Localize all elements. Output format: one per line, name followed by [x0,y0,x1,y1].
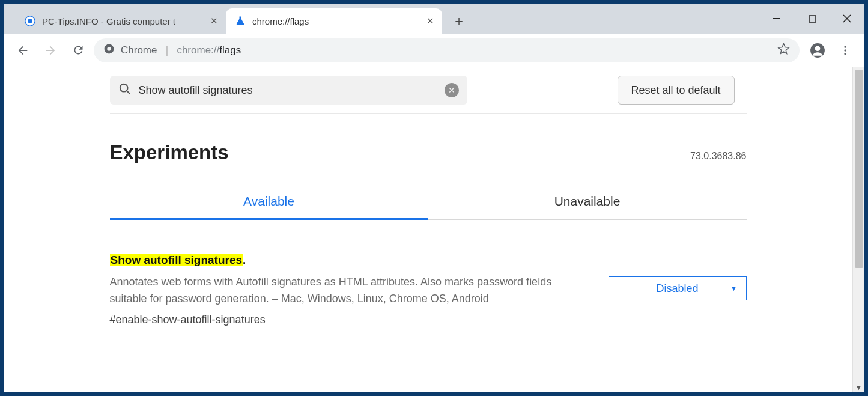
window-controls [760,4,864,34]
flags-search-box[interactable]: ✕ [110,76,467,105]
page-content: ✕ Reset all to default Experiments 73.0.… [4,67,852,392]
flag-title: Show autofill signatures. [110,254,584,267]
search-icon [118,82,132,98]
omnibox-divider: | [165,44,168,57]
flag-anchor-link[interactable]: #enable-show-autofill-signatures [110,314,266,326]
svg-point-9 [844,49,846,51]
svg-point-10 [844,53,846,55]
flag-description: Annotates web forms with Autofill signat… [110,274,584,308]
chrome-version: 73.0.3683.86 [690,151,746,162]
clear-search-icon[interactable]: ✕ [445,83,459,97]
menu-button[interactable] [833,38,857,62]
tab-unavailable[interactable]: Unavailable [428,194,747,219]
flag-item: Show autofill signatures. Annotates web … [110,254,747,326]
svg-rect-3 [809,16,816,22]
svg-point-5 [107,47,111,50]
svg-line-12 [126,91,130,94]
tab-inactive[interactable]: PC-Tips.INFO - Gratis computer t ✕ [16,8,226,34]
svg-point-8 [844,46,846,47]
tab-active[interactable]: chrome://flags ✕ [226,8,442,34]
chevron-down-icon: ▼ [730,284,738,293]
reload-button[interactable] [66,38,90,62]
svg-point-7 [815,46,821,51]
site-favicon-icon [24,15,36,27]
tab-title: PC-Tips.INFO - Gratis computer t [42,16,202,26]
flag-state-select[interactable]: Disabled ▼ [609,276,747,300]
forward-button[interactable] [38,38,62,62]
flag-state-value: Disabled [656,282,698,295]
flask-icon [234,15,246,27]
address-bar[interactable]: Chrome | chrome://flags [94,38,800,62]
tab-title: chrome://flags [252,16,418,26]
back-button[interactable] [11,38,35,62]
vertical-scrollbar[interactable]: ▼ [852,67,864,392]
new-tab-button[interactable]: ＋ [447,8,471,34]
toolbar: Chrome | chrome://flags [4,34,864,67]
svg-point-1 [28,19,32,23]
scroll-down-icon[interactable]: ▼ [853,384,864,391]
minimize-button[interactable] [760,4,795,34]
chrome-logo-icon [103,43,115,58]
browser-window: PC-Tips.INFO - Gratis computer t ✕ chrom… [4,4,864,392]
tab-strip: PC-Tips.INFO - Gratis computer t ✕ chrom… [4,4,864,34]
profile-avatar-icon[interactable] [806,38,830,62]
svg-rect-2 [773,18,780,19]
bookmark-star-icon[interactable] [777,43,790,58]
scrollbar-thumb[interactable] [855,70,863,268]
omnibox-url: chrome://flags [177,44,241,56]
page-title: Experiments [110,141,229,164]
close-tab-icon[interactable]: ✕ [208,15,220,27]
flags-search-input[interactable] [139,84,437,97]
reset-all-button[interactable]: Reset all to default [618,76,735,105]
flags-tab-bar: Available Unavailable [110,194,747,220]
close-tab-icon[interactable]: ✕ [424,15,436,27]
maximize-button[interactable] [795,4,830,34]
svg-point-11 [120,84,127,92]
omnibox-label: Chrome [121,44,157,56]
tab-available[interactable]: Available [110,194,428,219]
close-window-button[interactable] [830,4,864,34]
